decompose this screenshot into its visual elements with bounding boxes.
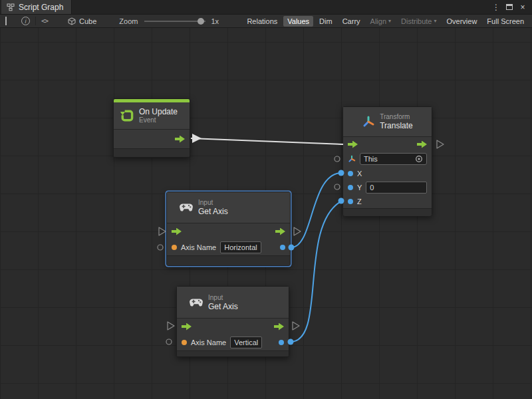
zoom-slider-handle[interactable]: [198, 18, 204, 25]
fullscreen-button[interactable]: Full Screen: [483, 16, 528, 27]
this-object-field[interactable]: This: [360, 153, 427, 165]
translate-flow-out-stub[interactable]: [437, 140, 444, 148]
distribute-dropdown[interactable]: Distribute ▾: [397, 16, 440, 27]
chevron-down-icon: ▾: [434, 18, 437, 24]
z-port-row: Z: [343, 194, 432, 208]
zoom-value: 1x: [211, 17, 219, 25]
zoom-slider-track[interactable]: [144, 21, 205, 22]
axis-name-row: Axis Name Vertical: [177, 334, 289, 350]
getaxis-v-flow-out-stub[interactable]: [293, 322, 299, 330]
script-graph-icon: [7, 3, 15, 11]
gamepad-icon: [179, 203, 194, 212]
axis-name-row: Axis Name Horizontal: [167, 239, 290, 255]
update-loop-icon: [120, 108, 134, 123]
maximize-button[interactable]: [504, 2, 515, 13]
node-title: Get Axis: [198, 207, 228, 216]
toolbar-separator: [35, 17, 36, 25]
carry-button[interactable]: Carry: [338, 16, 364, 27]
translate-y-port-stub[interactable]: [334, 184, 340, 190]
flow-wire-onupdate-translate[interactable]: [191, 138, 343, 144]
node-category: Input: [198, 199, 228, 207]
dim-button[interactable]: Dim: [315, 16, 336, 27]
flow-row: [177, 319, 289, 334]
flow-row: [343, 137, 432, 152]
gamepad-icon: [189, 298, 203, 307]
object-picker-icon[interactable]: [415, 155, 423, 163]
on-update-header: On Update Event: [114, 102, 190, 130]
maximize-icon: [506, 4, 513, 10]
node-on-update[interactable]: On Update Event: [113, 98, 190, 158]
z-port-label: Z: [357, 198, 362, 205]
axis-name-label: Axis Name: [181, 243, 216, 251]
distribute-label: Distribute: [401, 17, 432, 25]
code-icon[interactable]: <>: [41, 17, 48, 25]
node-title: Get Axis: [208, 302, 238, 311]
values-button[interactable]: Values: [283, 16, 313, 27]
flow-input-port[interactable]: [348, 141, 358, 148]
overview-button[interactable]: Overview: [443, 16, 481, 27]
align-dropdown[interactable]: Align ▾: [366, 16, 395, 27]
axis-value-output-port[interactable]: [279, 340, 284, 345]
y-value-field[interactable]: 0: [366, 182, 427, 194]
axis-name-port[interactable]: [182, 340, 187, 345]
x-value-port[interactable]: [348, 171, 353, 176]
this-port-row: This: [343, 152, 432, 166]
node-get-axis-horizontal[interactable]: Input Get Axis Axis Name Horizontal: [166, 192, 291, 266]
window-controls: ⋮ ×: [491, 0, 532, 14]
node-translate[interactable]: Transform Translate This: [342, 106, 432, 216]
flow-output-port[interactable]: [274, 323, 284, 331]
get-axis-header: Input Get Axis: [167, 192, 290, 223]
axis-name-field[interactable]: Vertical: [230, 336, 262, 348]
zoom-label: Zoom: [119, 17, 138, 25]
tab-title: Script Graph: [19, 3, 63, 12]
z-value-port[interactable]: [348, 199, 353, 204]
info-icon[interactable]: [21, 17, 30, 25]
flow-input-port[interactable]: [182, 323, 192, 331]
node-title: Translate: [380, 121, 413, 130]
graph-owner-button[interactable]: Cube: [68, 17, 96, 25]
flow-output-port[interactable]: [275, 228, 285, 235]
y-value-port[interactable]: [348, 185, 353, 190]
script-graph-window: Script Graph ⋮ × <> Cube Zoom 1x Relatio…: [0, 0, 532, 399]
translate-this-port-stub[interactable]: [334, 156, 340, 162]
flow-output-row: [114, 130, 190, 148]
zoom-slider[interactable]: [144, 17, 205, 26]
window-menu-button[interactable]: ⋮: [491, 2, 501, 13]
lock-icon[interactable]: [5, 17, 15, 25]
node-footer: [177, 350, 289, 356]
node-title: On Update: [139, 107, 178, 116]
node-get-axis-vertical[interactable]: Input Get Axis Axis Name Vertical: [176, 286, 289, 357]
toolbar: <> Cube Zoom 1x Relations Values Dim Car…: [0, 15, 532, 28]
flow-output-port[interactable]: [417, 141, 427, 148]
getaxis-v-flow-in-stub[interactable]: [168, 322, 174, 330]
this-field-value: This: [364, 154, 378, 164]
node-category: Transform: [380, 113, 413, 121]
flow-input-port[interactable]: [172, 228, 182, 235]
graph-canvas[interactable]: On Update Event Transform Translate: [0, 28, 532, 399]
flow-output-port[interactable]: [175, 136, 185, 143]
getaxis-h-flow-out-stub[interactable]: [294, 227, 301, 235]
getaxis-v-name-port-stub[interactable]: [166, 339, 172, 344]
close-button[interactable]: ×: [517, 2, 528, 13]
window-titlebar: Script Graph ⋮ ×: [0, 0, 532, 15]
getaxis-h-flow-in-stub[interactable]: [159, 227, 166, 235]
transform-axes-icon: [348, 155, 356, 163]
cube-icon: [68, 17, 76, 25]
node-footer: [343, 208, 432, 216]
y-port-label: Y: [357, 184, 362, 192]
value-wire-vertical-to-z[interactable]: [291, 201, 342, 342]
graph-owner-label: Cube: [79, 17, 96, 25]
chevron-down-icon: ▾: [388, 18, 391, 24]
node-footer: [167, 255, 290, 265]
relations-button[interactable]: Relations: [243, 16, 281, 27]
axis-name-field[interactable]: Horizontal: [220, 241, 261, 253]
axis-name-port[interactable]: [172, 245, 177, 250]
tab-script-graph[interactable]: Script Graph: [1, 0, 72, 14]
flow-row: [167, 223, 290, 239]
value-wire-horizontal-to-x[interactable]: [291, 173, 342, 247]
x-port-row: X: [343, 166, 432, 180]
getaxis-h-name-port-stub[interactable]: [158, 245, 163, 250]
toolbar-right-group: Relations Values Dim Carry Align ▾ Distr…: [243, 16, 529, 27]
axis-value-output-port[interactable]: [280, 245, 285, 250]
x-port-label: X: [357, 170, 362, 178]
